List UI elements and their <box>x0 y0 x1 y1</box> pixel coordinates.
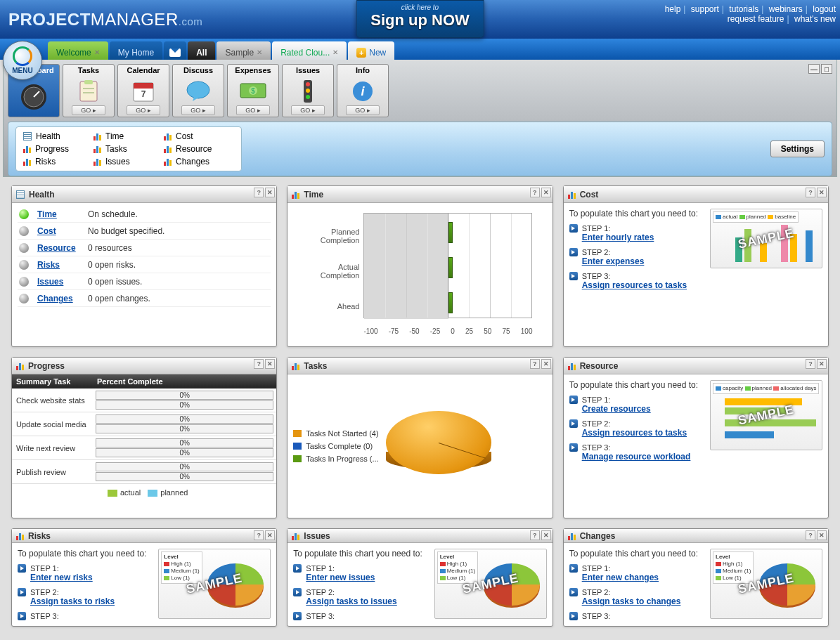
health-row: Changes0 open changes. <box>18 290 271 307</box>
status-dot-gray <box>19 294 29 303</box>
tab-rated[interactable]: Rated Clou...✕ <box>272 41 347 60</box>
cost-sample-thumb: actual planned baseline SAMPLE <box>710 209 822 268</box>
help-icon[interactable]: ? <box>806 188 815 197</box>
link-assign-tasks-issues[interactable]: Assign tasks to issues <box>306 596 396 606</box>
close-icon[interactable]: ✕ <box>541 530 551 540</box>
close-icon[interactable]: ✕ <box>265 530 275 540</box>
link-enter-new-changes[interactable]: Enter new changes <box>582 573 659 582</box>
tab-all[interactable]: All <box>188 41 215 60</box>
bars-icon <box>292 190 299 199</box>
health-link-risks[interactable]: Risks <box>37 260 88 270</box>
close-icon[interactable]: ✕ <box>257 48 262 56</box>
help-icon[interactable]: ? <box>254 530 264 540</box>
window-controls: ― □ <box>808 64 832 74</box>
health-link-resource[interactable]: Resource <box>37 243 88 253</box>
link-request-feature[interactable]: request feature <box>728 14 784 24</box>
help-icon[interactable]: ? <box>254 188 264 197</box>
close-icon[interactable]: ✕ <box>817 188 827 197</box>
tile-info[interactable]: Info i GO ▸ <box>337 64 389 117</box>
tab-welcome[interactable]: Welcome✕ <box>48 41 108 60</box>
opt-risks[interactable]: Risks <box>23 157 93 166</box>
tab-new[interactable]: +New <box>348 41 394 60</box>
health-link-time[interactable]: Time <box>37 209 88 219</box>
close-icon[interactable]: ✕ <box>265 359 275 369</box>
tab-my-home[interactable]: My Home <box>110 41 162 60</box>
tile-discuss[interactable]: Discuss GO ▸ <box>172 64 224 117</box>
opt-progress[interactable]: Progress <box>23 144 93 154</box>
tab-sample[interactable]: Sample✕ <box>217 41 271 60</box>
signup-banner[interactable]: click here to Sign up NOW <box>356 0 484 38</box>
svg-rect-8 <box>134 83 153 89</box>
bars-icon <box>164 157 172 166</box>
help-icon[interactable]: ? <box>806 359 815 369</box>
close-icon[interactable]: ✕ <box>817 530 827 540</box>
link-enter-new-issues[interactable]: Enter new issues <box>306 573 375 582</box>
go-button[interactable]: GO ▸ <box>346 105 380 115</box>
go-button[interactable]: GO ▸ <box>291 105 325 115</box>
calendar-icon: 7 <box>128 79 159 104</box>
issues-body: LevelHigh (1)Medium (1)Low (1) SAMPLE To… <box>287 543 552 626</box>
opt-tasks[interactable]: Tasks <box>93 144 164 154</box>
opt-changes[interactable]: Changes <box>164 157 234 166</box>
app-header: PROJECTMANAGER.com click here to Sign up… <box>0 0 840 39</box>
menu-button[interactable]: MENU <box>3 41 42 80</box>
link-assign-tasks-changes[interactable]: Assign tasks to changes <box>582 596 681 606</box>
close-icon[interactable]: ✕ <box>541 188 551 197</box>
cost-body: actual planned baseline SAMPLE To popula… <box>564 203 828 346</box>
health-link-issues[interactable]: Issues <box>37 277 88 287</box>
opt-issues[interactable]: Issues <box>93 157 164 166</box>
arrow-icon <box>569 272 578 280</box>
opt-resource[interactable]: Resource <box>164 144 234 154</box>
tile-tasks[interactable]: Tasks GO ▸ <box>63 64 115 117</box>
panel-title: Progress <box>28 361 65 371</box>
link-logout[interactable]: logout <box>813 4 836 14</box>
link-webinars[interactable]: webinars <box>769 4 803 14</box>
go-button[interactable]: GO ▸ <box>127 105 160 115</box>
resource-body: capacity planned allocated days SAMPLE T… <box>564 374 828 518</box>
minimize-button[interactable]: ― <box>808 64 820 74</box>
tile-label: Info <box>356 65 370 77</box>
table-row: Update social media0%0% <box>12 412 276 436</box>
health-link-changes[interactable]: Changes <box>37 294 88 303</box>
help-icon[interactable]: ? <box>530 188 540 197</box>
opt-cost[interactable]: Cost <box>164 131 234 141</box>
settings-button[interactable]: Settings <box>770 141 825 157</box>
link-assign-tasks-risks[interactable]: Assign tasks to risks <box>30 596 115 606</box>
close-icon[interactable]: ✕ <box>817 359 827 369</box>
help-icon[interactable]: ? <box>806 530 815 540</box>
link-whats-new[interactable]: what's new <box>794 14 836 24</box>
link-assign-resources-tasks[interactable]: Assign resources to tasks <box>582 428 687 438</box>
health-link-cost[interactable]: Cost <box>37 226 88 236</box>
go-button[interactable]: GO ▸ <box>72 105 105 115</box>
link-assign-resources[interactable]: Assign resources to tasks <box>582 280 687 290</box>
tab-new-label: New <box>369 48 386 58</box>
close-icon[interactable]: ✕ <box>541 359 551 369</box>
help-icon[interactable]: ? <box>530 530 540 540</box>
help-icon[interactable]: ? <box>254 359 264 369</box>
tab-mail[interactable] <box>164 41 186 60</box>
link-help[interactable]: help <box>665 4 681 14</box>
link-create-resources[interactable]: Create resources <box>582 404 651 414</box>
arrow-icon <box>569 588 578 596</box>
actual-bar: 0% <box>96 438 273 448</box>
tile-expenses[interactable]: Expenses $ GO ▸ <box>227 64 279 117</box>
chart-grid <box>363 213 532 318</box>
tile-calendar[interactable]: Calendar 7 GO ▸ <box>117 64 169 117</box>
link-enter-hourly-rates[interactable]: Enter hourly rates <box>582 233 654 242</box>
help-icon[interactable]: ? <box>530 359 540 369</box>
tile-issues[interactable]: Issues GO ▸ <box>282 64 334 117</box>
maximize-button[interactable]: □ <box>821 64 832 74</box>
opt-time[interactable]: Time <box>93 131 164 141</box>
go-button[interactable]: GO ▸ <box>236 105 270 115</box>
opt-health[interactable]: Health <box>23 131 93 141</box>
close-icon[interactable]: ✕ <box>332 48 338 56</box>
link-support[interactable]: support <box>691 4 719 14</box>
link-enter-expenses[interactable]: Enter expenses <box>582 256 645 266</box>
close-icon[interactable]: ✕ <box>265 188 275 197</box>
link-tutorials[interactable]: tutorials <box>729 4 758 14</box>
go-button[interactable]: GO ▸ <box>181 105 215 115</box>
link-manage-workload[interactable]: Manage resource workload <box>582 452 691 462</box>
link-enter-new-risks[interactable]: Enter new risks <box>30 573 93 582</box>
bars-icon <box>23 145 31 153</box>
close-icon[interactable]: ✕ <box>94 48 100 56</box>
